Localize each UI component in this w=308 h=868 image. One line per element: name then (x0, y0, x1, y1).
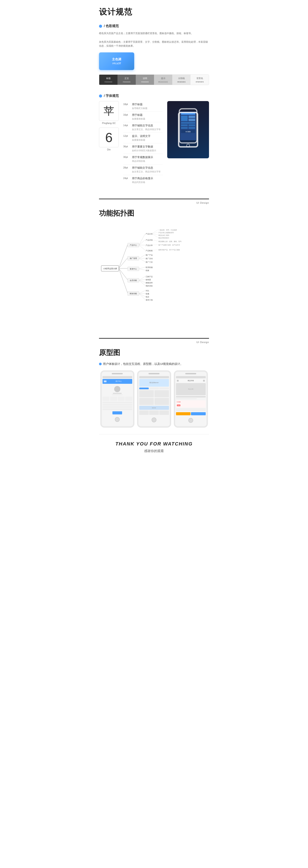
pingfang-name: Pingfang-SC (99, 122, 119, 124)
swatch-hex-0: #333333 (104, 81, 112, 83)
font-desc-n1: 用于常规数据展示 商品详情价格 (132, 155, 153, 163)
font-size-3: 12pt (123, 134, 129, 137)
phone-svg: ¥ 999 (175, 108, 201, 152)
topology-title: 功能拓扑图 (99, 209, 209, 218)
font-section-body: 苹 Pingfang-SC 6 Din 18pt 用于标题 如导航栏大标题 (99, 101, 209, 185)
svg-line-16 (119, 245, 128, 269)
svg-line-68 (139, 293, 145, 300)
swatch-name-3: 提示 (161, 77, 165, 80)
svg-text:附加功能: 附加功能 (130, 292, 137, 294)
svg-rect-10 (189, 127, 195, 129)
svg-rect-3 (181, 116, 187, 121)
font-size-n1: 30pt (123, 155, 129, 158)
swatch-bg: 背景色 #F8F8F8 (191, 75, 209, 85)
thank-you-en: THANK YOU FOR WATCHING (99, 441, 209, 447)
pingfang-char: 苹 (104, 104, 114, 118)
font-dot (99, 94, 102, 97)
svg-line-20 (119, 269, 128, 293)
font-section-heading: / 字体规范 (99, 94, 209, 98)
swatch-divider: 分割线 #E6E6E6 (172, 75, 191, 85)
font-chars-col: 苹 Pingfang-SC 6 Din (99, 101, 119, 185)
svg-rect-9 (181, 127, 187, 129)
svg-text:核销器: 核销器 (145, 279, 151, 281)
pingfang-char-box: 苹 (99, 101, 119, 121)
svg-line-34 (139, 245, 145, 250)
phone-screens-row: 用户中心 (99, 370, 209, 428)
swatch-text: 正文 #666666 (117, 75, 136, 85)
svg-text:产品详情: 产品详情 (146, 239, 153, 241)
font-desc-n2: 用于辅助文字信息 如文章正文、商品详情文字等 (132, 166, 161, 173)
svg-line-58 (139, 279, 145, 280)
font-size-0: 18pt (123, 103, 129, 105)
svg-rect-0 (179, 109, 197, 143)
color-swatches: 标题 #333333 正文 #666666 说明 #999999 提示 #CCC… (99, 74, 209, 85)
thank-you-section: THANK YOU FOR WATCHING 感谢你的观看 (99, 434, 209, 462)
svg-line-77 (152, 249, 158, 250)
svg-line-65 (139, 290, 145, 293)
svg-rect-5 (189, 119, 195, 121)
swatch-note: 说明 #999999 (136, 75, 154, 85)
swatch-name-4: 分割线 (178, 77, 185, 80)
font-title-n1: 用于常规数据展示 (132, 155, 153, 159)
font-sub-n1: 商品详情价格 (132, 160, 153, 163)
svg-rect-11 (181, 130, 195, 133)
svg-text:推荐关联产品、单个产品三级标: 推荐关联产品、单个产品三级标 (159, 249, 180, 251)
prototype-dot (99, 363, 102, 365)
svg-rect-1 (180, 112, 196, 140)
svg-text:小程序运营大师: 小程序运营大师 (103, 268, 117, 270)
font-spec-row-n0: 36pt 用于重要文字数据 如积分详情页大数据显示 (123, 143, 163, 154)
svg-line-54 (139, 269, 145, 270)
font-spec-row-n3: 24pt 用于商品价格显示 商品列页价格 (123, 175, 163, 185)
color-desc2: 灰色系为页面基础色；主要用于页面背景、文字、分割线、图标初认状态等。采用弱化处理… (99, 40, 209, 48)
topology-ui-label: UI Design (197, 202, 209, 204)
swatch-name-5: 背景色 (197, 77, 203, 80)
svg-point-13 (186, 144, 190, 147)
din-char-box: 6 (99, 127, 119, 147)
svg-text:产品检索: 产品检索 (146, 250, 153, 252)
swatch-hex-3: #CCCCCC (158, 81, 168, 83)
svg-line-59 (139, 280, 145, 282)
status-bar-3 (176, 376, 206, 378)
phone-inner-1: 用户中心 (102, 375, 133, 415)
svg-line-73 (152, 240, 158, 241)
svg-text:商品规格上的：皮肤、颜色、型号: 商品规格上的：皮肤、颜色、型号 (159, 241, 181, 242)
svg-text:我的消息: 我的消息 (146, 285, 153, 287)
topology-ui-bar: UI Design (99, 198, 209, 204)
prototype-desc-wrap: 用户体验设计，包括交互流程、原型图，以及UI视觉稿的设计。 (99, 362, 209, 366)
phone-screen-1: 用户中心 (100, 370, 134, 428)
home-btn-3 (188, 418, 193, 423)
prototype-title: 原型图 (99, 348, 209, 358)
color-dot (99, 25, 102, 28)
phone-inner-2: 我们的Banner banner (138, 375, 170, 416)
svg-text:产品分类上线图标排列: 产品分类上线图标排列 (159, 232, 174, 234)
topology-diagram-wrap: 小程序运营大师 产品中心 推广管理 客资中心 会员功能 附加功能 (99, 223, 209, 327)
svg-text:¥ 999: ¥ 999 (185, 131, 191, 133)
font-size-2: 14pt (123, 124, 129, 127)
font-title-0: 用于标题 (132, 103, 147, 106)
font-title-3: 提示、说明文字 (132, 134, 150, 138)
svg-text:推广门店: 推广门店 (146, 261, 153, 263)
svg-text:产品中心: 产品中心 (130, 244, 137, 246)
svg-rect-7 (181, 124, 187, 126)
font-desc-1: 用于标题 如搜索体标题 (132, 113, 145, 120)
page-wrap: 设计规范 / 色彩规范 橙色系为页面产品主色；主要用于页面顶部通栏背景色、图标选… (92, 0, 215, 471)
font-sub-1: 如搜索体标题 (132, 117, 145, 120)
font-title-1: 用于标题 (132, 113, 145, 117)
prototype-ui-label: UI Design (197, 341, 209, 343)
svg-text:联系客服: 联系客服 (146, 267, 153, 269)
svg-rect-2 (181, 113, 195, 115)
swatch-hex-4: #E6E6E6 (177, 81, 185, 83)
svg-line-53 (139, 267, 145, 269)
din-block: 6 Din (99, 127, 119, 151)
svg-text:产品分享: 产品分享 (146, 244, 153, 246)
svg-line-75 (152, 245, 158, 245)
din-char: 6 (105, 130, 112, 145)
font-sub-3: 如搜索块标题 (132, 138, 150, 142)
font-size-n2: 28pt (123, 166, 129, 169)
svg-text:线索: 线索 (146, 270, 149, 272)
font-title-n0: 用于重要文字数据 (132, 145, 156, 149)
font-size-n3: 24pt (123, 177, 129, 180)
spacer-3 (99, 329, 209, 338)
font-spec-row-n2: 28pt 用于辅助文字信息 如文章正文、商品详情文字等 (123, 164, 163, 175)
pingfang-block: 苹 Pingfang-SC (99, 101, 119, 124)
